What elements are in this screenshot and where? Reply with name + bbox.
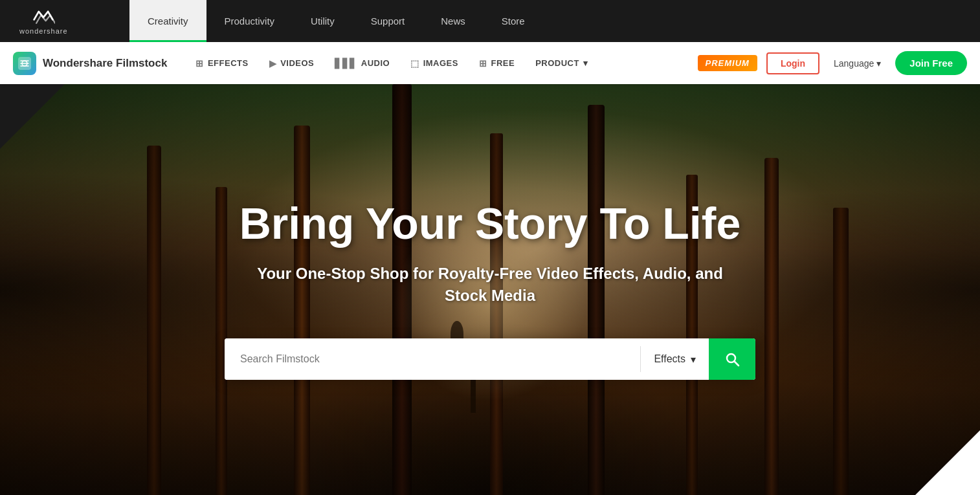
nav-item-creativity[interactable]: Creativity xyxy=(129,0,206,42)
language-dropdown-icon: ▾ xyxy=(876,58,881,69)
nav-item-news[interactable]: News xyxy=(423,0,484,42)
premium-badge[interactable]: PREMIUM xyxy=(698,55,757,71)
language-selector[interactable]: Language ▾ xyxy=(829,54,886,72)
effects-icon: ⊞ xyxy=(195,58,204,69)
hero-title: Bring Your Story To Life xyxy=(239,199,741,248)
wondershare-logo-area[interactable]: wondershare xyxy=(0,0,129,42)
audio-icon: ▋▋▋ xyxy=(335,58,357,69)
nav-item-productivity[interactable]: Productivity xyxy=(206,0,293,42)
nav-item-utility[interactable]: Utility xyxy=(293,0,353,42)
secondary-nav-right: PREMIUM Login Language ▾ Join Free xyxy=(698,51,967,75)
search-category-chevron-icon: ▾ xyxy=(691,353,696,366)
nav-link-audio[interactable]: ▋▋▋ AUDIO xyxy=(326,53,399,74)
search-category-selector[interactable]: Effects ▾ xyxy=(641,338,709,380)
secondary-nav-links: ⊞ EFFECTS ▶ VIDEOS ▋▋▋ AUDIO ⬚ IMAGES ⊞ … xyxy=(186,53,697,74)
search-category-label: Effects xyxy=(654,353,685,365)
filmstock-brand-logo[interactable]: Wondershare Filmstock xyxy=(13,52,167,75)
hero-subtitle: Your One-Stop Shop for Royalty-Free Vide… xyxy=(238,263,742,306)
nav-link-images[interactable]: ⬚ IMAGES xyxy=(401,53,467,74)
nav-link-free[interactable]: ⊞ FREE xyxy=(470,53,524,74)
search-input[interactable] xyxy=(225,338,640,380)
top-nav-items: Creativity Productivity Utility Support … xyxy=(129,0,980,42)
top-navigation: wondershare Creativity Productivity Util… xyxy=(0,0,980,42)
nav-item-store[interactable]: Store xyxy=(484,0,543,42)
svg-line-3 xyxy=(735,362,739,366)
nav-link-product[interactable]: PRODUCT ▾ xyxy=(526,53,597,73)
language-label: Language xyxy=(834,58,874,69)
hero-section: Bring Your Story To Life Your One-Stop S… xyxy=(0,84,980,495)
nav-link-videos[interactable]: ▶ VIDEOS xyxy=(260,53,324,74)
filmstock-logo-icon xyxy=(13,52,36,75)
search-button[interactable] xyxy=(709,338,755,380)
login-button[interactable]: Login xyxy=(766,52,819,74)
filmstock-brand-name: Wondershare Filmstock xyxy=(43,57,167,70)
wondershare-brand-text: wondershare xyxy=(19,27,68,35)
search-icon xyxy=(724,351,740,367)
product-dropdown-icon: ▾ xyxy=(583,58,588,68)
secondary-navigation: Wondershare Filmstock ⊞ EFFECTS ▶ VIDEOS… xyxy=(0,42,980,84)
hero-content: Bring Your Story To Life Your One-Stop S… xyxy=(0,84,980,495)
nav-link-effects[interactable]: ⊞ EFFECTS xyxy=(186,53,257,74)
nav-item-support[interactable]: Support xyxy=(353,0,423,42)
images-icon: ⬚ xyxy=(410,58,419,69)
join-free-button[interactable]: Join Free xyxy=(895,51,967,75)
search-bar: Effects ▾ xyxy=(225,338,755,380)
videos-icon: ▶ xyxy=(269,58,277,69)
free-icon: ⊞ xyxy=(479,58,487,69)
